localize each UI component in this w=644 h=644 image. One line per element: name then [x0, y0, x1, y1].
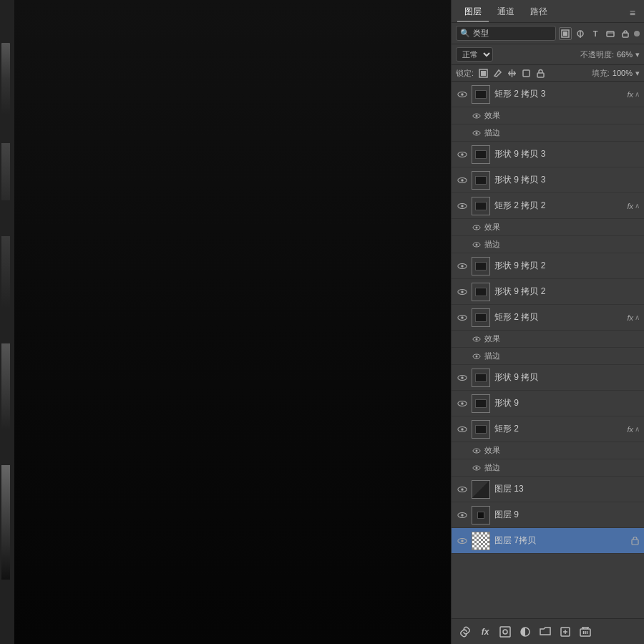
- lock-all-icon[interactable]: [535, 67, 546, 79]
- layer-item[interactable]: 图层 9: [452, 502, 644, 528]
- layer-item[interactable]: 形状 9: [452, 391, 644, 416]
- fill-chevron[interactable]: ▾: [635, 69, 640, 78]
- sub-visibility-toggle[interactable]: [472, 111, 482, 121]
- photo-content-3: [1, 236, 10, 308]
- link-layers-button[interactable]: [457, 624, 473, 640]
- layer-item[interactable]: 矩形 2 拷贝 3fx∧: [452, 82, 644, 107]
- visibility-toggle[interactable]: [456, 174, 469, 187]
- layer-item[interactable]: 图层 7拷贝: [452, 528, 644, 554]
- layer-sub-item[interactable]: 描边: [452, 348, 644, 365]
- tab-layers[interactable]: 图层: [457, 3, 489, 22]
- visibility-toggle[interactable]: [456, 483, 469, 496]
- adjustment-layer-button[interactable]: [517, 624, 533, 640]
- svg-rect-8: [523, 70, 530, 77]
- fx-badge: fx: [627, 425, 633, 434]
- visibility-toggle[interactable]: [456, 286, 469, 298]
- tab-channels[interactable]: 通道: [490, 3, 522, 22]
- sub-layer-name: 描边: [484, 351, 500, 361]
- fill-value[interactable]: 100%: [613, 69, 633, 77]
- opacity-value[interactable]: 66%: [617, 50, 633, 59]
- layer-thumbnail: [472, 283, 490, 301]
- layer-item[interactable]: 形状 9 拷贝 2: [452, 279, 644, 305]
- sub-visibility-toggle[interactable]: [472, 463, 482, 473]
- new-layer-button[interactable]: [557, 624, 573, 640]
- visibility-toggle[interactable]: [456, 509, 469, 522]
- layer-name: 图层 13: [494, 483, 640, 495]
- svg-point-37: [461, 376, 464, 379]
- panel-menu-icon[interactable]: ≡: [627, 6, 638, 20]
- sub-layer-name: 描边: [484, 462, 500, 473]
- svg-point-39: [461, 402, 464, 405]
- layer-item[interactable]: 形状 9 拷贝: [452, 365, 644, 391]
- sub-layer-name: 效果: [484, 222, 500, 233]
- visibility-toggle[interactable]: [456, 311, 469, 324]
- filter-adjust-icon[interactable]: [574, 27, 587, 40]
- filter-icons: T: [559, 27, 640, 40]
- svg-point-35: [476, 355, 478, 357]
- svg-rect-3: [607, 31, 614, 36]
- search-box[interactable]: 🔍 类型: [456, 26, 556, 41]
- visibility-toggle[interactable]: [456, 200, 469, 213]
- fx-badge: fx: [627, 202, 633, 210]
- lock-artboard-icon[interactable]: [520, 67, 532, 79]
- layer-sub-item[interactable]: 描边: [452, 125, 644, 142]
- layer-expand-chevron[interactable]: ∧: [635, 425, 640, 433]
- layer-expand-chevron[interactable]: ∧: [635, 90, 640, 98]
- layer-item[interactable]: 形状 9 拷贝 3: [452, 142, 644, 167]
- svg-rect-5: [623, 33, 628, 37]
- layers-list[interactable]: 矩形 2 拷贝 3fx∧效果描边 形状 9 拷贝 3 形状 9 拷贝 3 矩形 …: [452, 82, 644, 618]
- sub-layer-name: 描边: [484, 239, 500, 250]
- lock-move-icon[interactable]: [506, 67, 517, 79]
- svg-point-19: [461, 179, 464, 182]
- photo-content-1: [1, 43, 10, 114]
- delete-layer-button[interactable]: [577, 624, 593, 640]
- sub-visibility-toggle[interactable]: [472, 240, 482, 250]
- add-mask-button[interactable]: [497, 624, 513, 640]
- svg-point-23: [476, 226, 478, 228]
- layer-thumbnail: [472, 506, 490, 525]
- visibility-toggle[interactable]: [456, 148, 469, 161]
- sub-visibility-toggle[interactable]: [472, 128, 482, 138]
- layer-item[interactable]: 形状 9 拷贝 2: [452, 253, 644, 279]
- layer-sub-item[interactable]: 效果: [452, 107, 644, 125]
- lock-pixel-icon[interactable]: [477, 67, 489, 79]
- visibility-toggle[interactable]: [456, 535, 469, 547]
- new-group-button[interactable]: [537, 624, 553, 640]
- add-style-button[interactable]: fx: [477, 624, 493, 640]
- layer-item[interactable]: 图层 13: [452, 477, 644, 502]
- layer-item[interactable]: 矩形 2 拷贝 2fx∧: [452, 193, 644, 219]
- layer-sub-item[interactable]: 效果: [452, 331, 644, 348]
- opacity-label: 不透明度:: [580, 49, 614, 60]
- tab-paths[interactable]: 路径: [523, 3, 555, 22]
- filter-shape-icon[interactable]: [604, 27, 617, 40]
- layer-item[interactable]: 矩形 2fx∧: [452, 416, 644, 442]
- opacity-chevron[interactable]: ▾: [635, 50, 640, 59]
- visibility-toggle[interactable]: [456, 260, 469, 273]
- layer-sub-item[interactable]: 效果: [452, 219, 644, 236]
- filter-text-icon[interactable]: T: [589, 27, 602, 40]
- visibility-toggle[interactable]: [456, 88, 469, 101]
- layer-expand-chevron[interactable]: ∧: [635, 313, 640, 321]
- layer-item[interactable]: 形状 9 拷贝 3: [452, 167, 644, 193]
- bottom-toolbar: fx: [452, 618, 644, 644]
- layer-item[interactable]: 矩形 2 拷贝fx∧: [452, 305, 644, 331]
- layer-thumbnail: [472, 257, 490, 275]
- sub-visibility-toggle[interactable]: [472, 334, 482, 344]
- lock-draw-icon[interactable]: [492, 67, 503, 79]
- visibility-toggle[interactable]: [456, 397, 469, 410]
- sub-visibility-toggle[interactable]: [472, 351, 482, 361]
- blend-mode-select[interactable]: 正常: [456, 47, 493, 62]
- sub-visibility-toggle[interactable]: [472, 223, 482, 233]
- filter-dot[interactable]: [634, 31, 640, 36]
- layer-name: 矩形 2 拷贝 3: [494, 88, 627, 100]
- visibility-toggle[interactable]: [456, 371, 469, 384]
- sub-visibility-toggle[interactable]: [472, 446, 482, 456]
- layer-sub-item[interactable]: 效果: [452, 442, 644, 459]
- visibility-toggle[interactable]: [456, 423, 469, 436]
- filter-pixel-icon[interactable]: [559, 27, 572, 40]
- layer-sub-item[interactable]: 描边: [452, 236, 644, 253]
- layer-expand-chevron[interactable]: ∧: [635, 202, 640, 210]
- layer-sub-item[interactable]: 描边: [452, 459, 644, 477]
- layer-thumbnail: [472, 532, 490, 550]
- filter-lock-icon[interactable]: [619, 27, 632, 40]
